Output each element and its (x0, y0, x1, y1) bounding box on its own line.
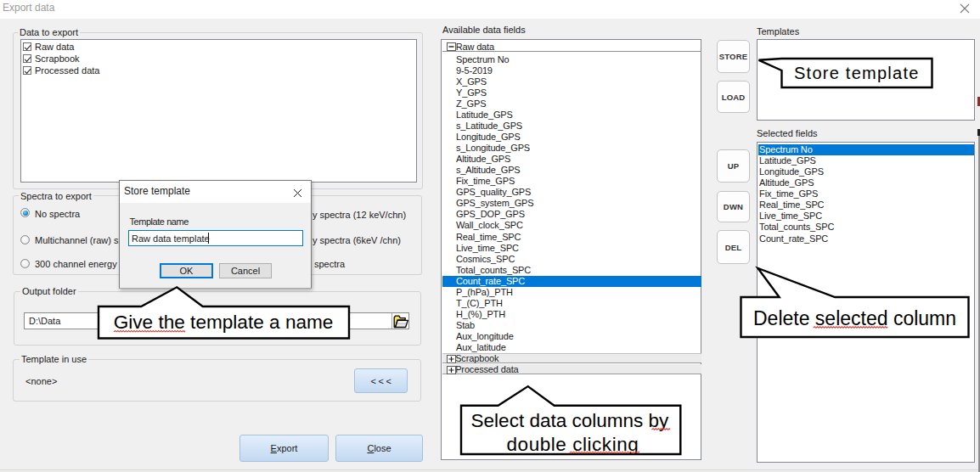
svg-text:double clicking: double clicking (507, 434, 639, 455)
svg-text:Give the template a name: Give the template a name (114, 312, 334, 333)
svg-text:Delete selected column: Delete selected column (753, 307, 956, 329)
svg-text:Store template: Store template (794, 64, 920, 82)
svg-text:Select data columns by: Select data columns by (471, 410, 669, 431)
